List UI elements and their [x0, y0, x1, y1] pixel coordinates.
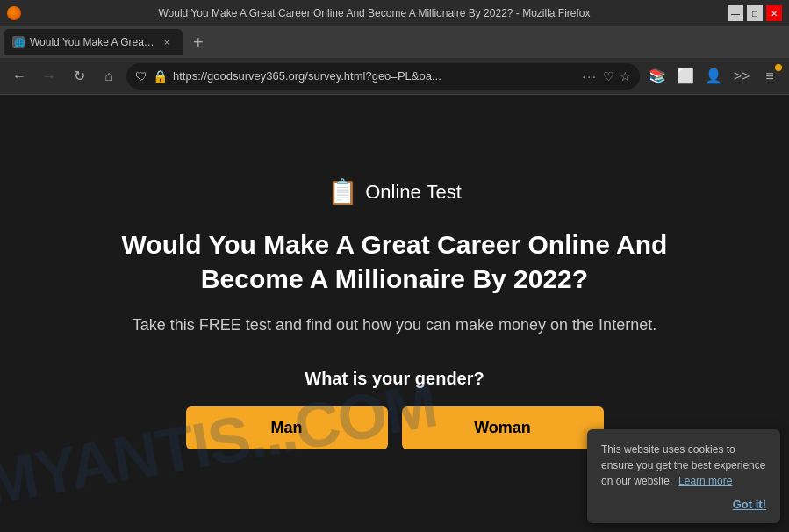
maximize-button[interactable]: □	[747, 5, 763, 21]
subtext: Take this FREE test and find out how you…	[133, 313, 656, 337]
badge-row: 📋 Online Test	[327, 177, 462, 206]
new-tab-button[interactable]: +	[186, 30, 211, 54]
nav-right-controls: 📚 ⬜ 👤 >> ≡	[645, 64, 782, 89]
tabbar: 🌐 Would You Make A Grea… × +	[0, 26, 789, 58]
more-options-icon[interactable]: ···	[582, 69, 598, 83]
star-icon: ☆	[620, 69, 631, 83]
gender-buttons: Man Woman	[186, 406, 604, 449]
extensions-button[interactable]: >>	[729, 64, 754, 89]
tab-label: Would You Make A Grea…	[30, 36, 154, 48]
titlebar: Would You Make A Great Career Online And…	[0, 0, 789, 26]
svg-text:🌐: 🌐	[14, 37, 25, 48]
address-bar[interactable]: 🛡 🔒 https://goodsurvey365.org/survey.htm…	[126, 63, 640, 90]
account-icon[interactable]: 👤	[701, 64, 726, 89]
lock-icon: 🔒	[153, 69, 168, 83]
reload-button[interactable]: ↻	[67, 64, 91, 89]
window-title: Would You Make A Great Career Online And…	[28, 7, 721, 19]
woman-button[interactable]: Woman	[402, 406, 604, 449]
badge-text: Online Test	[365, 181, 462, 204]
window-controls: — □ ✕	[728, 5, 782, 21]
tab-close-button[interactable]: ×	[160, 35, 174, 49]
cookie-banner: This website uses cookies to ensure you …	[587, 429, 780, 523]
badge-icon: 📋	[327, 177, 358, 206]
forward-button[interactable]: →	[37, 64, 61, 89]
active-tab[interactable]: 🌐 Would You Make A Grea… ×	[4, 29, 183, 55]
tab-favicon: 🌐	[12, 36, 25, 48]
sidebar-icon[interactable]: ⬜	[673, 64, 698, 89]
gender-question: What is your gender?	[305, 369, 484, 389]
minimize-button[interactable]: —	[728, 5, 743, 21]
man-button[interactable]: Man	[186, 406, 388, 449]
close-button[interactable]: ✕	[766, 5, 782, 21]
bookmark-icon: ♡	[603, 69, 614, 83]
home-button[interactable]: ⌂	[97, 64, 121, 89]
cookie-text: This website uses cookies to ensure you …	[601, 442, 766, 489]
firefox-icon	[7, 6, 21, 20]
library-icon[interactable]: 📚	[645, 64, 670, 89]
shield-icon: 🛡	[135, 69, 147, 83]
learn-more-link[interactable]: Learn more	[678, 475, 732, 487]
notification-dot	[775, 64, 782, 71]
notification-area: ≡	[757, 64, 782, 89]
url-text: https://goodsurvey365.org/survey.html?ge…	[173, 69, 577, 83]
got-it-button[interactable]: Got it!	[733, 498, 766, 511]
main-content: MYANTIS...COM 📋 Online Test Would You Ma…	[0, 95, 789, 532]
headline: Would You Make A Great Career Online And…	[88, 227, 702, 296]
cookie-btn-row: Got it!	[601, 498, 766, 511]
back-button[interactable]: ←	[7, 64, 32, 89]
navbar: ← → ↻ ⌂ 🛡 🔒 https://goodsurvey365.org/su…	[0, 58, 789, 95]
